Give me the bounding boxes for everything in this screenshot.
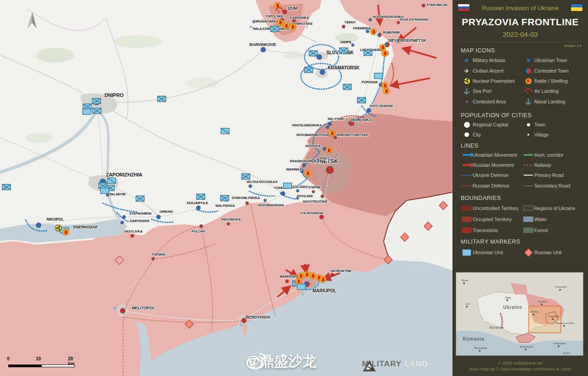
city-label: SOLODKE (292, 185, 307, 188)
city-dot (249, 185, 252, 188)
city-label: VERKHNOTORETSKE (336, 133, 368, 137)
city-label: NIKOPOL (46, 217, 63, 222)
city-dot (422, 4, 425, 7)
city-label: AVDIIVKA (305, 144, 321, 148)
russian-unit-swatch (524, 248, 532, 256)
humanitarian-corridor-line (524, 154, 533, 156)
minimap-label: Sevastopol (520, 345, 533, 348)
city-dot (36, 223, 41, 228)
city-dot (123, 216, 125, 218)
russian-unit-marker (115, 256, 124, 265)
minimap-town-dot (466, 306, 468, 308)
city-dot (397, 22, 400, 24)
city-dot (286, 280, 288, 283)
minimap-label: Krasnodar (553, 342, 566, 345)
ukrainian-unit-marker (136, 196, 145, 202)
city-dot (120, 308, 125, 313)
pryazovia-frontline-map-page: DNIPROZAPORIZHZHIABALABYNENIKOPOLENERHOD… (0, 0, 588, 376)
ukraine-defense-line: ▲▲▲▲▲ (460, 174, 473, 177)
minimap-town-dot (464, 283, 465, 284)
city-label: STEPNE (308, 186, 321, 189)
city-label: PISKY (320, 157, 329, 160)
legend-row: Hum. corridor (522, 151, 564, 159)
legend-row: Water (522, 215, 547, 223)
legend-row: Battle / Shelling (522, 77, 568, 85)
primary-road-line (524, 175, 533, 176)
town-icon (527, 123, 530, 126)
legend-sidebar: Russian Invasion of Ukraine PRYAZOVIA FR… (452, 0, 588, 376)
military-airbase-icon: ✈ (113, 305, 117, 312)
city-label: POLOHY (192, 229, 205, 234)
main-map: DNIPROZAPORIZHZHIABALABYNENIKOPOLENERHOD… (0, 0, 452, 376)
contested-area-icon (465, 100, 469, 103)
map-date: 2022-04-03 (452, 30, 588, 38)
regions-of-ukraine-swatch (523, 205, 533, 211)
city-label: RUBIZHNE (383, 30, 400, 34)
city-dot (312, 191, 315, 193)
city-dot (327, 126, 329, 129)
city-label: NOVOMAIORSKE (258, 204, 284, 207)
city-label: BARVINKOVE (249, 42, 276, 47)
contested-town-icon (526, 68, 531, 74)
ukrainian-unit-marker (309, 51, 318, 57)
minimap-label: Voronezh (555, 285, 566, 288)
ukrainian-unit-marker (283, 183, 292, 189)
transnistria-swatch (462, 228, 472, 233)
legend-row: Uncontrolled Territory (461, 204, 519, 212)
occupied-territory-swatch (462, 216, 472, 222)
naval-landing-icon: ⚓ (525, 98, 532, 105)
city-label: KAMYANKA (290, 16, 309, 20)
city-label: TOKMAK (151, 252, 166, 256)
city-dot (385, 42, 390, 47)
section-boundaries: BOUNDARIES (461, 195, 501, 201)
basemap-credit-text: Base map by © OpenStreetMap contributors… (452, 366, 588, 371)
battle-shelling-icon (296, 279, 302, 285)
minimap-label: Sochi (563, 352, 570, 354)
city-label: FEDORIVKA (221, 217, 241, 222)
legend-row: ▲▲▲▲▲ Russian Defense (461, 182, 509, 190)
city-label: HULIAIPOLE (187, 201, 208, 205)
ukrainian-unit-swatch (462, 249, 471, 256)
ukrainian-unit-marker (271, 26, 279, 32)
map-title: PRYAZOVIA FRONTLINE (452, 17, 588, 28)
battle-shelling-icon (320, 277, 326, 283)
minimap-town-dot (507, 300, 508, 301)
city-dot (121, 221, 124, 224)
city-label: ORIKHIV (159, 210, 173, 214)
battle-shelling-icon (326, 148, 332, 154)
city-dot (328, 123, 331, 125)
legend-row: Secondary Road (522, 182, 570, 190)
city-label: ZAPORIZHZHIA (106, 172, 142, 177)
ukrainian-unit-marker (220, 195, 229, 201)
city-dot (152, 258, 154, 260)
scale-tick: 10 (36, 356, 41, 361)
legend-row: Contested Town (522, 67, 569, 75)
battle-shelling-icon (382, 51, 388, 57)
battle-shelling-icon (526, 78, 531, 84)
minimap-label: Ukraine (503, 305, 522, 310)
russian-movement-arrow (463, 164, 471, 166)
secondary-road-line (524, 186, 533, 186)
map-markers-layer: DNIPROZAPORIZHZHIABALABYNENIKOPOLENERHOD… (0, 0, 452, 376)
city-dot (227, 223, 230, 225)
ukrainian-unit-marker (92, 98, 101, 104)
minimap-town-dot (565, 355, 566, 356)
city-label: DNIPRO (104, 92, 124, 98)
city-label: SVITLODARSK (369, 104, 393, 108)
ukrainian-unit-marker (297, 284, 306, 290)
minimap-label: Donetsk (548, 315, 559, 318)
legend-row: Nuclear Powerplant (461, 77, 515, 85)
minimap-label: Kharkiv (538, 300, 547, 303)
ukrainian-unit-marker (343, 84, 352, 90)
city-label: KREMINNA (353, 26, 371, 30)
legend-row: Primary Road (522, 171, 564, 179)
battle-shelling-icon (310, 273, 316, 279)
ukrainian-unit-marker (374, 73, 383, 79)
city-label: NIU-YORK (328, 117, 344, 121)
russian-unit-marker (439, 201, 448, 210)
ukrainian-unit-marker (101, 188, 109, 194)
russian-unit-marker (424, 222, 433, 231)
legend-row: ✈ Civilian Airport (461, 67, 503, 75)
city-label: ENERHODAR (74, 225, 98, 229)
scale-bar-segment (8, 365, 41, 367)
